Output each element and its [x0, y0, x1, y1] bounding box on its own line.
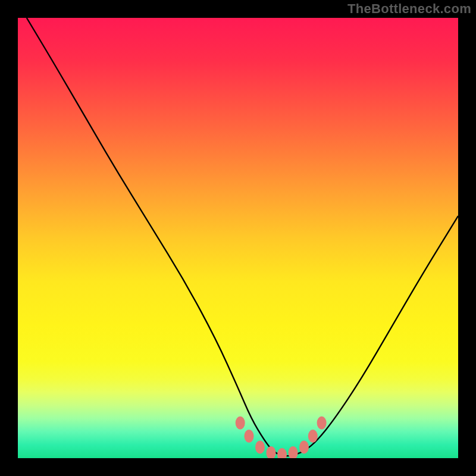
curve-marker [277, 448, 287, 458]
curve-layer [18, 18, 458, 458]
watermark-text: TheBottleneck.com [347, 1, 471, 17]
curve-marker [236, 416, 245, 430]
curve-marker [317, 416, 327, 430]
curve-marker [308, 430, 318, 443]
curve-marker [245, 430, 254, 443]
marker-group [236, 416, 327, 458]
curve-marker [267, 446, 276, 458]
curve-marker [289, 446, 298, 458]
curve-marker [299, 441, 309, 454]
chart-frame: TheBottleneck.com [0, 0, 476, 476]
curve-marker [255, 441, 265, 454]
bottleneck-curve [27, 18, 458, 456]
plot-area [18, 18, 458, 458]
